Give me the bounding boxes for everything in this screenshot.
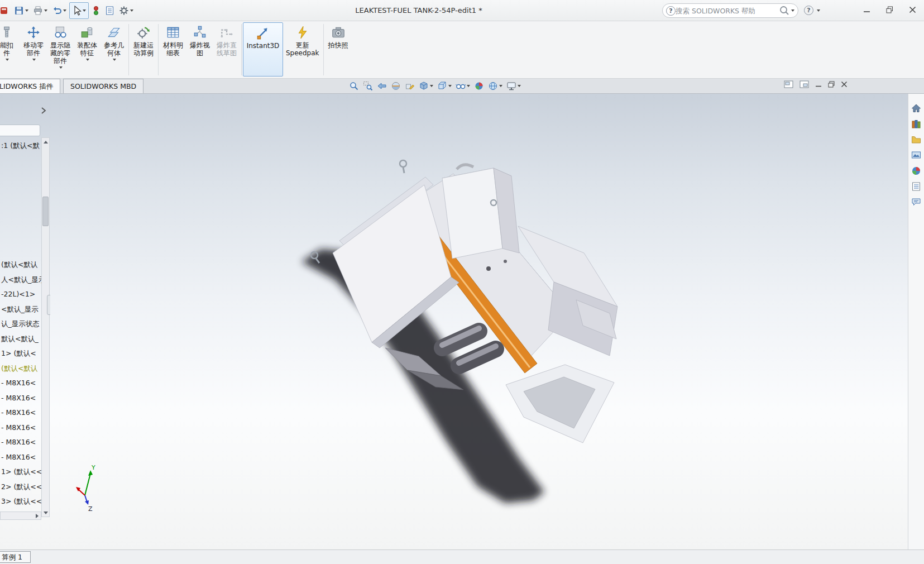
ribbon-button-update-speedpak[interactable]: 更新 Speedpak (283, 22, 322, 77)
ribbon-button-instant3d[interactable]: Instant3D (243, 22, 283, 77)
help-caret-icon[interactable] (817, 9, 820, 12)
ribbon-button-bill-of-materials[interactable]: 材料明 细表 (160, 22, 186, 77)
tree-item[interactable]: 3> (默认<< (1, 494, 42, 509)
dropdown-caret-icon[interactable] (6, 59, 9, 61)
tree-item-assembly-root[interactable]: :1 (默认<默 (1, 138, 40, 154)
previous-window-button[interactable] (784, 80, 793, 90)
tree-horizontal-scrollbar[interactable] (0, 512, 41, 520)
ribbon-button-exploded-view[interactable]: 爆炸视 图 (186, 22, 213, 77)
taskpane-tab-custom-properties[interactable] (908, 179, 924, 194)
tree-item[interactable]: 2> (默认<< (1, 480, 42, 495)
ribbon-button-assembly-features[interactable]: 装配体 特征 (74, 22, 100, 77)
3d-drawing-view-button[interactable] (403, 79, 416, 93)
take-snapshot-icon (331, 25, 346, 40)
print-caret-icon[interactable] (44, 9, 47, 12)
display-style-icon (419, 81, 429, 91)
design-binder-button[interactable] (103, 3, 116, 18)
doc-restore-button[interactable] (828, 81, 835, 89)
tree-item[interactable]: 1> (默认<< (1, 465, 42, 480)
design-library-icon (911, 119, 921, 129)
window-minimize-button[interactable] (863, 6, 870, 13)
tree-item[interactable]: - M8X16< (1, 450, 42, 465)
selection-filter-button[interactable] (90, 3, 102, 18)
tree-item[interactable]: - M8X16< (1, 376, 42, 391)
hide-show-items-button[interactable] (454, 79, 472, 93)
smart-fasteners-icon (0, 25, 14, 40)
window-close-button[interactable] (909, 6, 916, 13)
display-style-button[interactable] (417, 79, 435, 93)
ribbon-button-reference-geometry[interactable]: 参考几 何体 (100, 22, 127, 77)
tab-solidworks-mbd[interactable]: SOLIDWORKS MBD (63, 79, 143, 93)
taskpane-tab-design-library[interactable] (908, 116, 924, 132)
scrollbar-thumb[interactable] (42, 197, 49, 226)
dropdown-caret-icon[interactable] (32, 59, 36, 61)
doc-close-button[interactable] (841, 81, 848, 89)
motion-study-tab[interactable]: 算例 1 (0, 551, 31, 563)
undo-caret-icon[interactable] (63, 9, 66, 12)
save-button[interactable] (12, 3, 30, 18)
dropdown-caret-icon[interactable] (86, 59, 89, 61)
edit-appearance-button[interactable] (472, 79, 486, 93)
ribbon-button-show-hidden-components[interactable]: 显示隐 藏的零 部件 (47, 22, 74, 77)
tab-solidworks-addins[interactable]: LIDWORKS 插件 (0, 79, 60, 93)
tree-item[interactable]: - M8X16< (1, 435, 42, 450)
panel-expand-chevron-icon[interactable] (39, 106, 48, 115)
select-tool-button[interactable] (69, 2, 89, 19)
view-orientation-button[interactable] (435, 79, 453, 93)
next-window-button[interactable] (799, 80, 809, 90)
ribbon-button-new-motion-study[interactable]: 新建运 动算例 (130, 22, 157, 77)
tree-item[interactable]: (默认<默认 (1, 257, 42, 273)
dropdown-caret-icon[interactable] (59, 66, 63, 69)
scroll-down-icon[interactable] (42, 509, 49, 517)
doc-minimize-button[interactable] (815, 81, 822, 89)
tree-item-highlighted[interactable]: (默认<默认 (1, 361, 42, 376)
3d-drawing-view-icon (405, 81, 415, 91)
appearances-sphere-icon (911, 166, 921, 176)
search-icon[interactable] (779, 5, 790, 16)
tree-item[interactable]: - M8X16< (1, 391, 42, 406)
search-caret-icon[interactable] (791, 9, 794, 12)
zoom-fit-button[interactable] (347, 79, 361, 93)
undo-button[interactable] (50, 3, 68, 18)
search-input[interactable] (676, 7, 779, 15)
tree-item[interactable]: 认_显示状态 (1, 317, 42, 332)
apply-scene-button[interactable] (486, 79, 504, 93)
tree-item[interactable]: -22L)<1> (1, 287, 42, 302)
tree-item[interactable]: 1> (默认< (1, 346, 42, 361)
display-style-caret-icon (430, 85, 433, 87)
scroll-right-icon[interactable] (36, 514, 39, 518)
dropdown-caret-icon[interactable] (113, 59, 116, 61)
search-box[interactable]: ? (662, 3, 798, 18)
taskpane-tab-appearances[interactable] (908, 163, 924, 179)
zoom-area-button[interactable] (361, 79, 375, 93)
graphics-area[interactable]: Y Z (0, 94, 924, 549)
tree-item[interactable]: - M8X16< (1, 420, 42, 436)
document-window-controls (784, 80, 848, 90)
previous-view-button[interactable] (375, 79, 389, 93)
tree-item[interactable]: 人<默认_显示 (1, 273, 42, 288)
ribbon-button-move-component[interactable]: 移动零 部件 (20, 22, 47, 77)
taskpane-tab-file-explorer[interactable] (908, 132, 924, 147)
ribbon-toolbar: 能扣 件 移动零 部件 显示隐 藏的零 部件 装配体 特征 参考几 何体 新建运… (0, 21, 924, 79)
panel-splitter-handle[interactable] (47, 295, 50, 315)
scroll-up-icon[interactable] (42, 138, 49, 146)
taskpane-tab-resources[interactable] (908, 101, 924, 116)
taskpane-tab-forum[interactable] (908, 194, 924, 210)
tree-item[interactable]: <默认_显示 (1, 302, 42, 317)
section-view-button[interactable] (389, 79, 403, 93)
print-button[interactable] (31, 3, 49, 18)
window-restore-button[interactable] (886, 6, 893, 13)
save-caret-icon[interactable] (25, 9, 28, 12)
options-caret-icon[interactable] (130, 9, 133, 12)
ribbon-button-smart-fasteners[interactable]: 能扣 件 (0, 22, 20, 77)
options-button[interactable] (117, 3, 135, 18)
taskpane-tab-view-palette[interactable] (908, 147, 924, 163)
tree-item[interactable]: 默认<默认_ (1, 332, 42, 347)
ribbon-button-take-snapshot[interactable]: 拍快照 (325, 22, 352, 77)
select-tool-caret-icon[interactable] (83, 9, 86, 12)
tree-vertical-scrollbar[interactable] (41, 137, 50, 517)
tree-item[interactable]: - M8X16< (1, 405, 42, 420)
tree-header-box[interactable] (0, 125, 40, 136)
view-settings-button[interactable] (505, 79, 523, 93)
help-button[interactable]: ? (804, 6, 813, 15)
